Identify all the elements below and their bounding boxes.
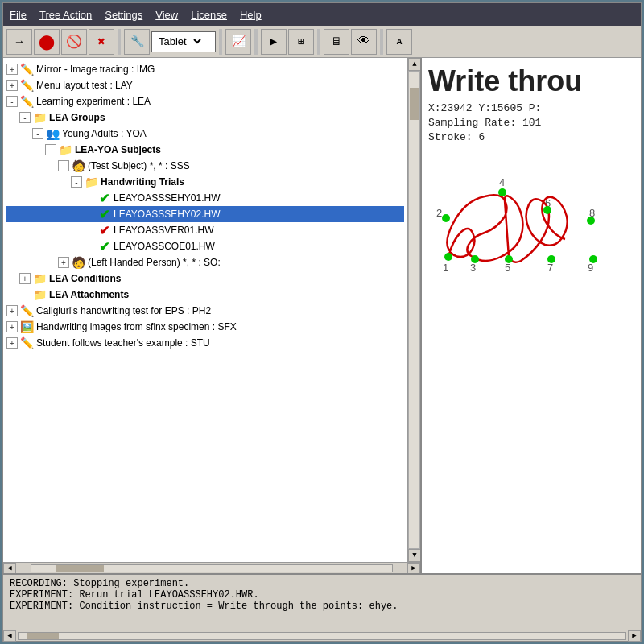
handwriting-svg: 1 2 3 4 5 6 7 8 9 [428, 152, 638, 297]
tree-scroll[interactable]: +✏️Mirror - Image tracing : IMG+✏️Menu l… [3, 58, 407, 562]
tree-hscrollbar[interactable]: ◀ ▶ [3, 562, 420, 573]
tree-node-n1[interactable]: +✏️Mirror - Image tracing : IMG [6, 61, 404, 77]
status-scroll-left[interactable]: ◀ [3, 630, 16, 642]
tree-label: LEAYOASSCOE01.HW [114, 241, 215, 252]
num-label-5: 5 [505, 262, 510, 274]
vscroll-track[interactable] [408, 71, 420, 549]
tree-node-n4[interactable]: -📁LEA Groups [6, 109, 404, 126]
tree-indent [45, 225, 58, 236]
tree-node-n7[interactable]: -🧑(Test Subject) *, * : SSS [6, 158, 404, 174]
menu-view[interactable]: View [155, 9, 178, 21]
tree-indent [19, 176, 32, 188]
tree-indent [45, 176, 58, 188]
toolbar-wrench-btn[interactable]: 🔧 [124, 29, 150, 55]
tree-expand-btn[interactable]: - [32, 128, 43, 139]
tree-node-n2[interactable]: +✏️Menu layout test : LAY [6, 77, 404, 93]
status-hscrollbar[interactable]: ◀ ▶ [3, 630, 641, 641]
tree-expand-btn[interactable]: + [6, 321, 18, 332]
tree-node-n17[interactable]: +🖼️Handwriting images from sfinx specime… [6, 319, 404, 335]
status-line1: RECORDING: Stopping experiment. [10, 578, 634, 589]
tree-node-n11[interactable]: ✔LEAYOASSVER01.HW [6, 222, 404, 238]
tablet-select[interactable]: Tablet Mouse Stylus [155, 35, 204, 48]
vscroll-down-btn[interactable]: ▼ [408, 549, 420, 562]
tree-label: Student follows teacher's example : STU [36, 337, 210, 349]
tree-indent [6, 160, 19, 171]
tree-label: LEA-YOA Subjects [75, 144, 161, 155]
hscroll-left-btn[interactable]: ◀ [3, 563, 16, 574]
tree-indent [19, 160, 32, 171]
tree-node-n8[interactable]: -📁Handwriting Trials [6, 174, 404, 190]
tree-expand-btn[interactable]: - [45, 144, 56, 155]
tree-indent [19, 225, 32, 236]
hscroll-thumb[interactable] [56, 565, 104, 572]
tree-label: LEAYOASSSEHY01.HW [114, 192, 221, 204]
tree-indent [58, 192, 71, 204]
hscroll-right-btn[interactable]: ▶ [407, 563, 420, 574]
status-scroll-track[interactable] [18, 632, 626, 640]
tree-indent [6, 208, 19, 220]
tree-node-n9[interactable]: ✔LEAYOASSSEHY01.HW [6, 190, 404, 206]
tree-expand-btn[interactable]: + [6, 64, 18, 75]
tree-node-n12[interactable]: ✔LEAYOASSCOE01.HW [6, 238, 404, 254]
hscroll-track[interactable] [31, 564, 393, 572]
menu-settings[interactable]: Settings [105, 9, 142, 21]
vscroll-up-btn[interactable]: ▲ [408, 58, 420, 71]
tree-icon-person: 🧑 [71, 255, 85, 270]
tree-node-n15[interactable]: 📁LEA Attachments [6, 287, 404, 303]
point-2 [442, 214, 450, 222]
menu-license[interactable]: License [191, 9, 227, 21]
tree-expand-btn[interactable]: + [6, 305, 18, 316]
menu-file[interactable]: File [10, 9, 27, 21]
tree-node-n5[interactable]: -👥Young Adults : YOA [6, 126, 404, 142]
tree-node-n6[interactable]: -📁LEA-YOA Subjects [6, 142, 404, 158]
menu-help[interactable]: Help [240, 9, 262, 21]
tree-icon-folder: 📁 [32, 110, 47, 125]
menu-bar: File Tree Action Settings View License H… [3, 3, 641, 26]
toolbar-arrow-btn[interactable]: → [6, 29, 32, 55]
tree-node-n14[interactable]: +📁LEA Conditions [6, 270, 404, 287]
toolbar-monitor-btn[interactable]: 🖥 [324, 29, 349, 55]
num-label-2: 2 [436, 207, 442, 219]
tree-expand-btn[interactable]: - [19, 112, 31, 123]
tree-node-n3[interactable]: -✏️Learning experiment : LEA [6, 93, 404, 109]
vscroll-thumb[interactable] [410, 88, 419, 120]
tree-indent [45, 241, 58, 252]
tree-expand-btn[interactable]: + [19, 273, 31, 284]
tree-expand-btn[interactable]: + [58, 257, 69, 268]
tree-indent [58, 225, 71, 236]
tree-indent [19, 208, 32, 220]
tree-indent [58, 176, 71, 188]
tree-indent [6, 112, 19, 123]
tree-vscroll[interactable]: ▲ ▼ [407, 58, 420, 562]
status-scroll-right[interactable]: ▶ [628, 630, 641, 642]
app-window: File Tree Action Settings View License H… [2, 2, 642, 642]
toolbar-no-btn[interactable]: 🚫 [61, 29, 87, 55]
toolbar-text-btn[interactable]: A [386, 29, 412, 55]
tree-node-n13[interactable]: +🧑(Left Handed Person) *, * : SO: [6, 254, 404, 270]
point-4 [498, 188, 506, 196]
status-scroll-thumb[interactable] [27, 633, 59, 639]
toolbar-grid-btn[interactable]: ⊞ [288, 29, 314, 55]
toolbar-x-btn[interactable]: ✖ [89, 29, 114, 55]
toolbar-chart-btn[interactable]: 📈 [225, 29, 251, 55]
status-bar: RECORDING: Stopping experiment. EXPERIME… [3, 573, 641, 630]
tree-indent [71, 241, 84, 252]
toolbar-tablet-dropdown[interactable]: Tablet Mouse Stylus [151, 31, 216, 52]
toolbar-stop-btn[interactable]: ⬤ [34, 29, 60, 55]
toolbar-play-btn[interactable]: ▶ [261, 29, 287, 55]
tree-node-n10[interactable]: ✔LEAYOASSSEHY02.HW [6, 206, 404, 222]
tree-expand-btn[interactable]: - [71, 176, 82, 188]
point-8 [587, 217, 595, 225]
tree-expand-btn[interactable]: + [6, 80, 18, 91]
toolbar-eye-btn[interactable]: 👁 [351, 29, 377, 55]
tree-node-n18[interactable]: +✏️Student follows teacher's example : S… [6, 335, 404, 351]
point-6 [543, 206, 551, 214]
tree-icon-check-green: ✔ [97, 191, 111, 205]
tree-indent [6, 128, 19, 139]
menu-tree-action[interactable]: Tree Action [39, 9, 92, 21]
tree-node-n16[interactable]: +✏️Caligiuri's handwriting test for EPS … [6, 303, 404, 319]
tree-expand-btn[interactable]: - [6, 96, 18, 107]
tree-expand-btn[interactable]: - [58, 160, 69, 171]
tree-expand-btn[interactable]: + [6, 337, 18, 349]
tree-label: LEAYOASSSEHY02.HW [114, 208, 221, 220]
